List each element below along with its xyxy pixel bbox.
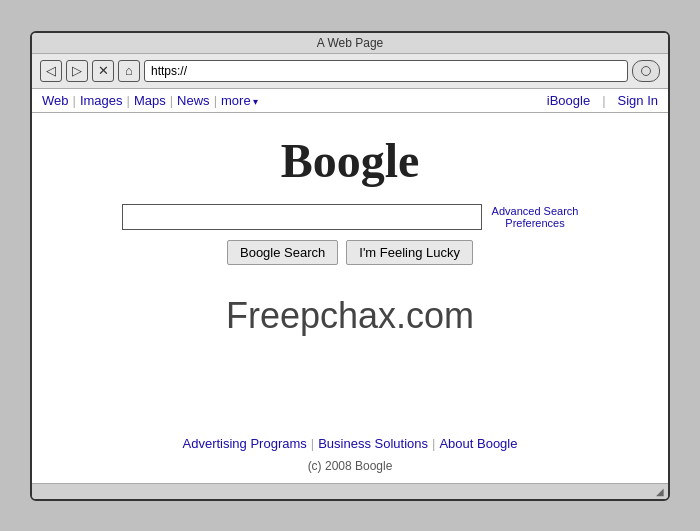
stop-icon — [98, 63, 109, 78]
lucky-button[interactable]: I'm Feeling Lucky — [346, 240, 473, 265]
nav-link-iboogle[interactable]: iBoogle — [547, 93, 590, 108]
tagline: Freepchax.com — [226, 295, 474, 337]
nav-link-signin[interactable]: Sign In — [618, 93, 658, 108]
nav-link-news[interactable]: News — [177, 93, 210, 108]
resize-icon: ◢ — [656, 486, 664, 497]
sep5: | — [602, 93, 605, 108]
footer-links: Advertising Programs | Business Solution… — [183, 436, 518, 451]
home-button[interactable] — [118, 60, 140, 82]
nav-links-left: Web | Images | Maps | News | more — [42, 93, 258, 108]
site-logo: Boogle — [281, 133, 420, 188]
sep4: | — [214, 93, 217, 108]
preferences-link[interactable]: Preferences — [492, 217, 579, 229]
home-icon — [125, 63, 133, 78]
nav-more-dropdown[interactable]: more — [221, 93, 258, 108]
sep2: | — [127, 93, 130, 108]
sep3: | — [170, 93, 173, 108]
footer-sep1: | — [311, 436, 314, 451]
browser-window: A Web Page Web | Images | Maps | News — [30, 31, 670, 501]
nav-links-right: iBoogle | Sign In — [547, 93, 658, 108]
business-solutions-link[interactable]: Business Solutions — [318, 436, 428, 451]
browser-search-button[interactable] — [632, 60, 660, 82]
sep1: | — [73, 93, 76, 108]
search-buttons: Boogle Search I'm Feeling Lucky — [227, 240, 473, 265]
back-button[interactable] — [40, 60, 62, 82]
title-bar: A Web Page — [32, 33, 668, 54]
nav-bar: Web | Images | Maps | News | more iBoogl… — [32, 89, 668, 113]
advanced-search-link[interactable]: Advanced Search — [492, 205, 579, 217]
search-icon — [641, 66, 651, 76]
footer-sep2: | — [432, 436, 435, 451]
nav-link-web[interactable]: Web — [42, 93, 69, 108]
nav-link-images[interactable]: Images — [80, 93, 123, 108]
main-search-input[interactable] — [122, 204, 482, 230]
about-link[interactable]: About Boogle — [439, 436, 517, 451]
stop-button[interactable] — [92, 60, 114, 82]
nav-link-maps[interactable]: Maps — [134, 93, 166, 108]
advertising-link[interactable]: Advertising Programs — [183, 436, 307, 451]
forward-button[interactable] — [66, 60, 88, 82]
search-row: Advanced Search Preferences — [42, 204, 658, 230]
window-title: A Web Page — [317, 36, 384, 50]
back-icon — [46, 63, 56, 78]
advanced-links: Advanced Search Preferences — [492, 205, 579, 229]
address-bar[interactable] — [144, 60, 628, 82]
page-content: Boogle Advanced Search Preferences Boogl… — [32, 113, 668, 483]
boogle-search-button[interactable]: Boogle Search — [227, 240, 338, 265]
toolbar — [32, 54, 668, 89]
bottom-bar: ◢ — [32, 483, 668, 499]
nav-link-more: more — [221, 93, 251, 108]
dropdown-arrow-icon — [253, 93, 258, 108]
forward-icon — [72, 63, 82, 78]
copyright: (c) 2008 Boogle — [308, 459, 393, 473]
search-form: Advanced Search Preferences Boogle Searc… — [42, 204, 658, 265]
